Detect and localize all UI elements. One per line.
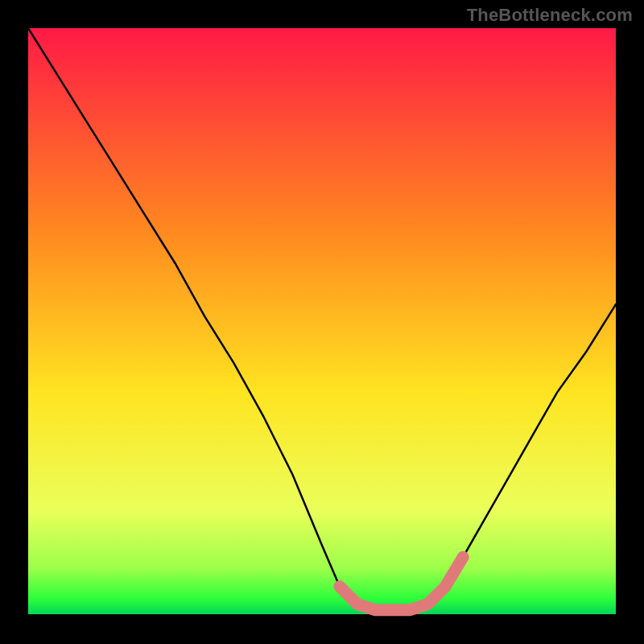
watermark-text: TheBottleneck.com xyxy=(467,5,633,26)
chart-frame: TheBottleneck.com xyxy=(0,0,644,644)
plot-bottom-border xyxy=(28,614,616,616)
chart-svg xyxy=(0,0,644,644)
plot-gradient-area xyxy=(28,28,616,616)
